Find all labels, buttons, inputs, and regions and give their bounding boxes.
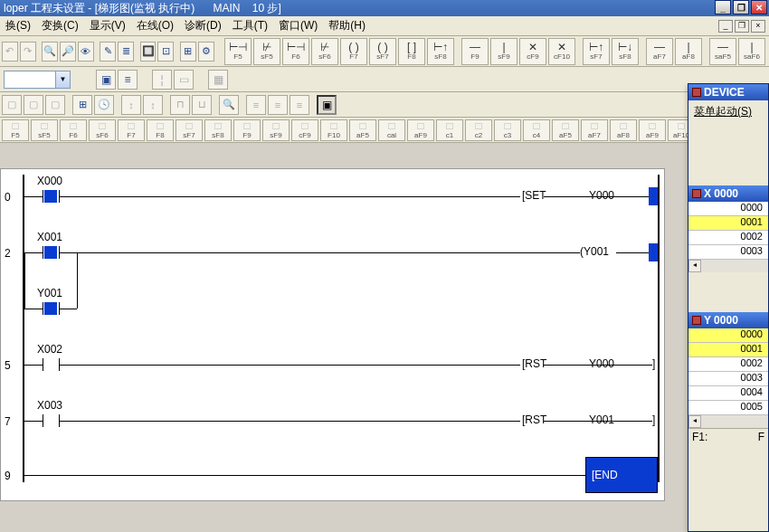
instruction-button[interactable]: □aF9 bbox=[639, 119, 666, 141]
device-x-scroll[interactable]: ◂ bbox=[688, 260, 768, 272]
ladder-key-button[interactable]: ⊢↓sF8 bbox=[612, 38, 639, 65]
tool-button[interactable]: ▢ bbox=[45, 95, 65, 115]
ladder-key-button[interactable]: ⊢⊣F6 bbox=[282, 38, 309, 65]
instruction-button[interactable]: □aF9 bbox=[407, 119, 434, 141]
instruction-button[interactable]: □cF9 bbox=[291, 119, 318, 141]
monitor-mode-button[interactable]: ▣ bbox=[317, 95, 337, 115]
undo-button[interactable]: ↶ bbox=[2, 42, 18, 62]
instruction-button[interactable]: □F8 bbox=[147, 119, 174, 141]
menu-item[interactable]: 显示(V) bbox=[84, 16, 131, 35]
tool-button[interactable]: ≡ bbox=[246, 95, 266, 115]
instruction-button[interactable]: □F5 bbox=[2, 119, 29, 141]
instruction-button[interactable]: □c3 bbox=[494, 119, 521, 141]
tool-button[interactable]: ▦ bbox=[208, 70, 228, 90]
ladder-key-button[interactable]: ( )F7 bbox=[340, 38, 367, 65]
tool-button[interactable]: ¦ bbox=[152, 70, 172, 90]
ladder-key-button[interactable]: ✕cF9 bbox=[519, 38, 546, 65]
ladder-key-button[interactable]: |saF6 bbox=[738, 38, 765, 65]
tool-button[interactable]: 🕓 bbox=[94, 95, 114, 115]
instruction-button[interactable]: □c4 bbox=[523, 119, 550, 141]
device-row[interactable]: 0000 bbox=[688, 328, 768, 343]
instruction-button[interactable]: □F10 bbox=[320, 119, 347, 141]
instruction-button[interactable]: □sF9 bbox=[262, 119, 290, 141]
redo-button[interactable]: ↷ bbox=[20, 42, 36, 62]
menu-item[interactable]: 工具(T) bbox=[227, 16, 273, 35]
tool-button[interactable]: ≡ bbox=[290, 95, 309, 115]
menu-item[interactable]: 帮助(H) bbox=[323, 16, 371, 35]
menu-item[interactable]: 换(S) bbox=[0, 16, 36, 35]
tool-button[interactable]: ⊔ bbox=[192, 95, 212, 115]
close-button[interactable]: ✕ bbox=[751, 0, 767, 14]
tool-button[interactable]: ↕ bbox=[143, 95, 163, 115]
device-row[interactable]: 0005 bbox=[688, 401, 768, 415]
ladder-key-button[interactable]: —saF5 bbox=[709, 38, 736, 65]
tool-button[interactable]: 🔲 bbox=[140, 42, 157, 62]
instruction-button[interactable]: □sF8 bbox=[204, 119, 232, 141]
instruction-button[interactable]: □aF8 bbox=[610, 119, 637, 141]
ladder-key-button[interactable]: |aF8 bbox=[675, 38, 702, 65]
device-row[interactable]: 0002 bbox=[688, 231, 768, 245]
menu-item[interactable]: 诊断(D) bbox=[179, 16, 227, 35]
menu-item[interactable]: 在线(O) bbox=[131, 16, 179, 35]
instruction-button[interactable]: □c2 bbox=[465, 119, 492, 141]
instruction-button[interactable]: □c1 bbox=[436, 119, 463, 141]
tool-button[interactable]: ▢ bbox=[24, 95, 43, 115]
tool-button[interactable]: ⊓ bbox=[170, 95, 190, 115]
device-row[interactable]: 0004 bbox=[688, 386, 768, 401]
device-row[interactable]: 0001 bbox=[688, 343, 768, 357]
tool-button[interactable]: ✎ bbox=[100, 42, 116, 62]
mdi-minimize[interactable]: _ bbox=[718, 20, 733, 33]
tool-button[interactable]: ▣ bbox=[96, 70, 116, 90]
device-row[interactable]: 0000 bbox=[688, 202, 768, 216]
device-row[interactable]: 0003 bbox=[688, 245, 768, 260]
tool-button[interactable]: ≡ bbox=[268, 95, 288, 115]
menu-item[interactable]: 变换(C) bbox=[36, 16, 84, 35]
tool-button[interactable]: ▭ bbox=[174, 70, 194, 90]
tool-button[interactable]: 🔎 bbox=[60, 42, 76, 62]
tool-button[interactable]: ⊡ bbox=[157, 42, 174, 62]
ladder-key-button[interactable]: ✕cF10 bbox=[548, 38, 575, 65]
ladder-editor[interactable]: 0 X000 [SET Y000 2 X001 Y001 (Y001 bbox=[0, 168, 665, 501]
tool-button[interactable]: ⊞ bbox=[72, 95, 92, 115]
ladder-key-button[interactable]: ( )sF7 bbox=[369, 38, 396, 65]
tool-button[interactable]: ≡ bbox=[118, 70, 138, 90]
ladder-key-button[interactable]: ⊬sF6 bbox=[311, 38, 338, 65]
mdi-restore[interactable]: ❐ bbox=[735, 20, 749, 33]
tool-button[interactable]: ⚙ bbox=[198, 42, 214, 62]
instruction-button[interactable]: □aF5 bbox=[552, 119, 579, 141]
menu-item[interactable]: 窗口(W) bbox=[273, 16, 323, 35]
device-y-scroll[interactable]: ◂ bbox=[688, 415, 768, 428]
instruction-button[interactable]: □sF5 bbox=[31, 119, 58, 141]
tool-button[interactable]: ≣ bbox=[118, 42, 134, 62]
tool-button[interactable]: 🔍 bbox=[42, 42, 58, 62]
device-window[interactable]: DEVICE 菜单起动(S) X 0000 0000000100020003 ◂… bbox=[688, 83, 769, 532]
ladder-key-button[interactable]: ⊢⊣F5 bbox=[224, 38, 252, 65]
ladder-key-button[interactable]: ⊢↑sF8 bbox=[427, 38, 454, 65]
minimize-button[interactable]: _ bbox=[715, 0, 731, 14]
instruction-button[interactable]: □F7 bbox=[118, 119, 145, 141]
tool-button[interactable]: 👁 bbox=[78, 42, 94, 62]
ladder-key-button[interactable]: —aF7 bbox=[646, 38, 673, 65]
device-row[interactable]: 0002 bbox=[688, 357, 768, 372]
instruction-button[interactable]: □sF7 bbox=[176, 119, 203, 141]
instruction-button[interactable]: □aF7 bbox=[581, 119, 608, 141]
program-combo[interactable]: ▼ bbox=[4, 71, 71, 89]
device-menu[interactable]: 菜单起动(S) bbox=[688, 100, 768, 122]
ladder-key-button[interactable]: [ ]F8 bbox=[398, 38, 425, 65]
ladder-key-button[interactable]: —F9 bbox=[461, 38, 489, 65]
tool-button[interactable]: ▢ bbox=[2, 95, 22, 115]
device-row[interactable]: 0001 bbox=[688, 216, 768, 231]
tool-button[interactable]: 🔍 bbox=[219, 95, 239, 115]
instruction-button[interactable]: □cal bbox=[378, 119, 405, 141]
tool-button[interactable]: ⊞ bbox=[180, 42, 196, 62]
device-row[interactable]: 0003 bbox=[688, 372, 768, 386]
instruction-button[interactable]: □F9 bbox=[233, 119, 261, 141]
ladder-key-button[interactable]: ⊬sF5 bbox=[253, 38, 280, 65]
mdi-close[interactable]: × bbox=[751, 20, 765, 33]
ladder-key-button[interactable]: ⊢↑sF7 bbox=[583, 38, 610, 65]
instruction-button[interactable]: □aF5 bbox=[349, 119, 376, 141]
instruction-button[interactable]: □sF6 bbox=[89, 119, 116, 141]
maximize-button[interactable]: ❐ bbox=[733, 0, 749, 14]
ladder-key-button[interactable]: |sF9 bbox=[490, 38, 517, 65]
tool-button[interactable]: ↕ bbox=[121, 95, 141, 115]
